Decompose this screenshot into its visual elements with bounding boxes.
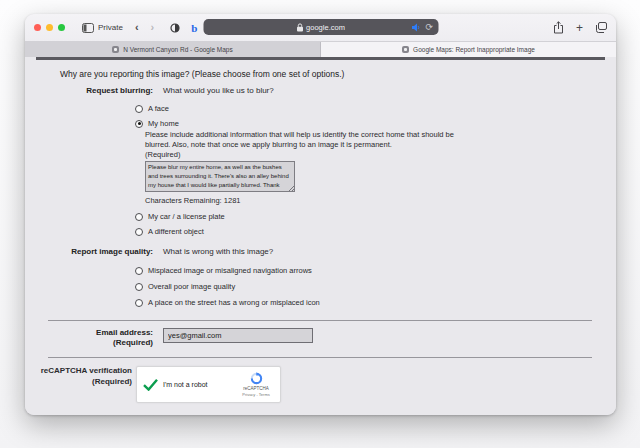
url-text: google.com: [306, 23, 345, 32]
quality-question: What is wrong with this image?: [163, 247, 273, 257]
tab-title: N Vermont Canyon Rd - Google Maps: [123, 46, 232, 53]
radio-label: My home: [148, 119, 179, 128]
radio-option-different-object[interactable]: A different object: [135, 227, 616, 236]
recaptcha-required-note: (Required): [25, 377, 132, 387]
radio-option-misplaced-image[interactable]: Misplaced image or misaligned navigation…: [135, 266, 616, 275]
content-blocker-icon[interactable]: [170, 23, 180, 33]
radio-option-poor-quality[interactable]: Overall poor image quality: [135, 282, 616, 291]
checkmark-icon: [143, 379, 158, 391]
characters-remaining: Characters Remaining: 1281: [145, 196, 616, 205]
browser-window: Private ‹ › b google.com: [25, 14, 616, 415]
blur-home-description: Please include additional information th…: [145, 130, 477, 149]
textarea-resize-handle[interactable]: [289, 186, 294, 191]
back-button[interactable]: ‹: [135, 22, 139, 33]
page-top-bar: [36, 57, 605, 60]
lock-icon: [296, 23, 303, 32]
forward-button[interactable]: ›: [151, 22, 155, 33]
recaptcha-label: reCAPTCHA verification (Required): [25, 366, 132, 387]
zoom-window-button[interactable]: [58, 24, 65, 31]
tab-overview-icon[interactable]: [595, 22, 607, 33]
radio-button[interactable]: [135, 105, 143, 113]
radio-label: A different object: [148, 227, 204, 236]
share-icon[interactable]: [553, 21, 564, 34]
private-browsing-label: Private: [98, 23, 123, 32]
tab-bar: N Vermont Canyon Rd - Google Maps Google…: [25, 41, 616, 57]
minimize-window-button[interactable]: [46, 24, 53, 31]
radio-button[interactable]: [135, 283, 143, 291]
blur-details-textarea[interactable]: Please blur my entire home, as well as t…: [145, 161, 295, 192]
required-note: (Required): [145, 150, 616, 159]
radio-button[interactable]: [135, 299, 143, 307]
radio-option-wrong-icon[interactable]: A place on the street has a wrong or mis…: [135, 298, 616, 307]
radio-button[interactable]: [135, 267, 143, 275]
address-bar[interactable]: google.com ⟳: [203, 19, 438, 35]
recaptcha-logo-icon: [250, 372, 263, 385]
email-input[interactable]: [163, 328, 313, 343]
new-tab-button[interactable]: +: [576, 22, 583, 34]
recaptcha-brand-text: reCAPTCHA: [243, 386, 269, 391]
email-label: Email address: (Required): [25, 328, 153, 348]
email-required-note: (Required): [25, 338, 153, 348]
radio-option-my-car[interactable]: My car / a license plate: [135, 212, 616, 221]
recaptcha-privacy-terms[interactable]: Privacy - Terms: [242, 392, 269, 397]
reload-icon[interactable]: ⟳: [425, 23, 433, 32]
radio-button[interactable]: [135, 228, 143, 236]
tab-n-vermont-canyon[interactable]: N Vermont Canyon Rd - Google Maps: [25, 42, 321, 57]
radio-option-a-face[interactable]: A face: [135, 104, 616, 113]
page-title: Why are you reporting this image? (Pleas…: [60, 69, 616, 79]
tab-audio-icon[interactable]: [411, 23, 420, 32]
recaptcha-widget[interactable]: I'm not a robot reCAPTCHA Privacy - Term…: [136, 366, 281, 403]
radio-button[interactable]: [135, 213, 143, 221]
report-form-page: Why are you reporting this image? (Pleas…: [25, 69, 616, 415]
radio-label: My car / a license plate: [148, 212, 225, 221]
tab-favicon: [112, 46, 119, 53]
email-label-text: Email address:: [25, 328, 153, 338]
recaptcha-checkbox-label: I'm not a robot: [163, 381, 208, 388]
close-window-button[interactable]: [34, 24, 41, 31]
radio-label: A place on the street has a wrong or mis…: [148, 298, 320, 307]
tab-report-inappropriate-image[interactable]: Google Maps: Report Inappropriate Image: [321, 42, 616, 57]
tab-favicon: [402, 46, 409, 53]
b-extension-icon[interactable]: b: [191, 22, 197, 34]
sidebar-icon[interactable]: [82, 23, 94, 33]
radio-button[interactable]: [135, 120, 143, 128]
radio-option-my-home[interactable]: My home: [135, 119, 616, 128]
request-blurring-label: Request blurring:: [25, 86, 153, 96]
divider: [48, 320, 592, 321]
recaptcha-label-text: reCAPTCHA verification: [25, 366, 132, 376]
tab-title: Google Maps: Report Inappropriate Image: [413, 46, 535, 53]
divider: [48, 357, 592, 358]
blurring-question: What would you like us to blur?: [163, 86, 274, 96]
radio-label: A face: [148, 104, 169, 113]
browser-toolbar: Private ‹ › b google.com: [25, 14, 616, 41]
radio-label: Misplaced image or misaligned navigation…: [148, 266, 312, 275]
report-quality-label: Report image quality:: [25, 247, 153, 257]
radio-label: Overall poor image quality: [148, 282, 235, 291]
